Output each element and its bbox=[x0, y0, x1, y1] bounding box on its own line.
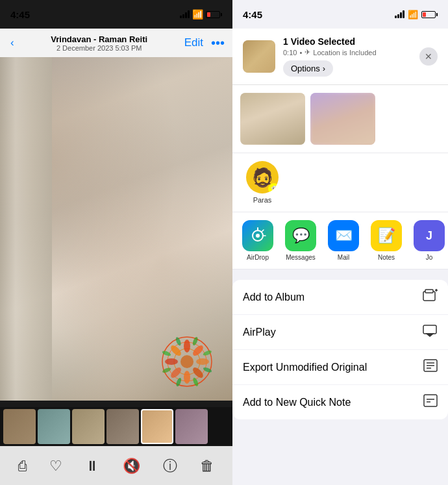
bottom-toolbar: ⎙ ♡ ⏸ 🔇 ⓘ 🗑 bbox=[0, 446, 232, 485]
jo-label: Jo bbox=[426, 254, 433, 261]
mail-icon: ✉️ bbox=[328, 220, 359, 251]
people-row: 🧔 👻 Paras bbox=[232, 153, 448, 212]
close-button[interactable]: ✕ bbox=[419, 47, 438, 66]
close-icon: ✕ bbox=[425, 51, 432, 62]
add-to-album-icon bbox=[422, 289, 438, 305]
apps-row: AirDrop 💬 Messages ✉️ Mail 📝 Notes bbox=[232, 212, 448, 269]
export-unmodified-label: Export Unmodified Original bbox=[243, 362, 367, 373]
nav-sub-title: 2 December 2023 5:03 PM bbox=[51, 44, 147, 52]
thumb-3[interactable] bbox=[72, 409, 105, 444]
options-chevron: › bbox=[323, 64, 325, 73]
notes-label: Notes bbox=[378, 254, 395, 261]
svg-rect-23 bbox=[425, 290, 433, 293]
export-unmodified-icon bbox=[423, 359, 438, 375]
thumb-4[interactable] bbox=[106, 409, 139, 444]
video-thumbnail bbox=[243, 40, 275, 73]
airplay-label: AirPlay bbox=[243, 327, 276, 338]
snapchat-icon: 👻 bbox=[268, 183, 279, 193]
thumb-2[interactable] bbox=[38, 409, 70, 444]
wifi-icon: 📶 bbox=[192, 9, 203, 19]
video-area bbox=[0, 57, 232, 401]
location-icon: ✈ bbox=[305, 48, 310, 56]
mute-icon[interactable]: 🔇 bbox=[118, 453, 145, 480]
airplay-icon bbox=[422, 324, 438, 340]
add-quick-note-icon bbox=[423, 394, 438, 410]
svg-point-8 bbox=[184, 371, 190, 384]
person-name: Paras bbox=[253, 196, 272, 204]
battery-icon bbox=[206, 11, 222, 18]
messages-label: Messages bbox=[286, 254, 316, 261]
video-preview-row bbox=[232, 85, 448, 153]
right-battery-icon bbox=[421, 11, 438, 18]
app-airdrop[interactable]: AirDrop bbox=[238, 220, 278, 261]
add-to-album-item[interactable]: Add to Album bbox=[232, 280, 448, 315]
nav-main-title: Vrindavan - Raman Reiti bbox=[51, 34, 147, 44]
share-subtitle: 0:10 • ✈ Location is Included bbox=[283, 48, 412, 56]
app-messages[interactable]: 💬 Messages bbox=[280, 220, 321, 261]
thumb-current[interactable] bbox=[141, 409, 173, 444]
share-header-info: 1 Video Selected 0:10 • ✈ Location is In… bbox=[283, 36, 412, 77]
share-icon[interactable]: ⎙ bbox=[13, 453, 32, 480]
status-icons: 📶 bbox=[395, 10, 438, 19]
share-sheet: 1 Video Selected 0:10 • ✈ Location is In… bbox=[232, 29, 448, 485]
person-paras[interactable]: 🧔 👻 Paras bbox=[243, 161, 282, 204]
svg-rect-26 bbox=[423, 325, 436, 334]
right-time: 4:45 bbox=[243, 9, 262, 20]
app-notes[interactable]: 📝 Notes bbox=[366, 220, 406, 261]
add-quick-note-item[interactable]: Add to New Quick Note bbox=[232, 385, 448, 419]
person-avatar: 🧔 👻 bbox=[246, 161, 279, 193]
nav-title-group: Vrindavan - Raman Reiti 2 December 2023 … bbox=[51, 34, 147, 52]
left-time: 4:45 bbox=[10, 9, 30, 20]
right-signal-icon bbox=[395, 10, 404, 18]
info-icon[interactable]: ⓘ bbox=[158, 451, 182, 481]
messages-icon: 💬 bbox=[285, 220, 316, 251]
preview-thumb-1 bbox=[240, 93, 305, 145]
location-label: Location is Included bbox=[313, 49, 376, 56]
export-unmodified-item[interactable]: Export Unmodified Original bbox=[232, 350, 448, 385]
duration-label: 0:10 bbox=[283, 49, 297, 56]
options-button[interactable]: Options › bbox=[283, 60, 333, 77]
mail-label: Mail bbox=[338, 254, 349, 261]
right-wifi-icon: 📶 bbox=[408, 10, 418, 19]
svg-point-3 bbox=[180, 355, 193, 368]
svg-rect-32 bbox=[424, 395, 437, 406]
jo-icon: J bbox=[414, 220, 445, 251]
left-panel: 4:45 📶 ‹ Vrindavan - Raman Reiti 2 Decem… bbox=[0, 0, 232, 485]
back-button[interactable]: ‹ bbox=[8, 34, 17, 52]
thumb-1[interactable] bbox=[3, 409, 36, 444]
more-options-icon[interactable]: ••• bbox=[211, 36, 225, 51]
svg-point-10 bbox=[165, 358, 178, 365]
airdrop-label: AirDrop bbox=[247, 254, 269, 261]
svg-point-21 bbox=[256, 234, 260, 238]
share-header: 1 Video Selected 0:10 • ✈ Location is In… bbox=[232, 29, 448, 85]
trash-icon[interactable]: 🗑 bbox=[195, 453, 219, 480]
svg-point-4 bbox=[184, 340, 190, 353]
thumb-6[interactable] bbox=[175, 409, 208, 444]
pause-icon[interactable]: ⏸ bbox=[80, 453, 105, 480]
notes-icon: 📝 bbox=[371, 220, 402, 251]
dot-separator: • bbox=[299, 49, 302, 56]
right-panel: 4:45 📶 1 Video Selected bbox=[232, 0, 448, 485]
app-jo[interactable]: J Jo bbox=[409, 220, 448, 261]
airplay-item[interactable]: AirPlay bbox=[232, 315, 448, 350]
left-status-bar: 4:45 📶 bbox=[0, 0, 232, 29]
right-status-bar: 4:45 📶 bbox=[232, 0, 448, 29]
left-nav-bar: ‹ Vrindavan - Raman Reiti 2 December 202… bbox=[0, 29, 232, 57]
heart-icon[interactable]: ♡ bbox=[44, 453, 68, 480]
pillar-decoration bbox=[0, 57, 52, 401]
signal-icon bbox=[180, 10, 190, 18]
share-title: 1 Video Selected bbox=[283, 36, 412, 47]
svg-marker-27 bbox=[427, 334, 433, 336]
thumbnail-strip bbox=[0, 407, 232, 446]
action-list: Add to Album AirPlay bbox=[232, 280, 448, 419]
add-quick-note-label: Add to New Quick Note bbox=[243, 397, 351, 408]
app-mail[interactable]: ✉️ Mail bbox=[323, 220, 364, 261]
edit-button[interactable]: Edit bbox=[182, 34, 206, 52]
divider bbox=[232, 269, 448, 275]
options-label: Options bbox=[291, 64, 320, 73]
airdrop-icon bbox=[242, 220, 273, 251]
preview-thumb-2 bbox=[310, 93, 375, 145]
mandala-decoration bbox=[161, 336, 213, 388]
svg-point-6 bbox=[196, 358, 209, 365]
add-to-album-label: Add to Album bbox=[243, 292, 305, 303]
